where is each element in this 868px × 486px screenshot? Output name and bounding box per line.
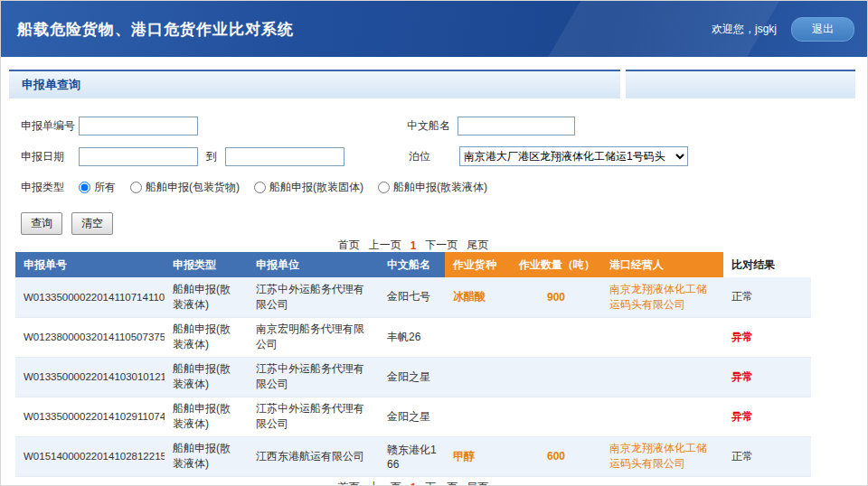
result-badge: 异常 <box>731 370 753 383</box>
col-header-operator: 港口经营人 <box>601 252 723 277</box>
cell-type: 船舶申报(散装液体) <box>165 357 248 397</box>
cell-cargo: 冰醋酸 <box>445 277 511 317</box>
results-table: 申报单号 申报类型 申报单位 中文船名 作业货种 作业数量（吨） 港口经营人 比… <box>15 252 811 477</box>
form-buttons-row: 查询 清空 <box>21 212 113 235</box>
radio-packaged[interactable]: 船舶申报(包装货物) <box>130 180 240 195</box>
page-next-link[interactable]: 下一页 <box>425 238 458 253</box>
date-to-input[interactable] <box>225 147 344 166</box>
radio-bulk-solid[interactable]: 船舶申报(散装固体) <box>254 180 363 195</box>
cell-qty <box>511 397 601 436</box>
result-badge: 异常 <box>731 331 753 343</box>
radio-bulk-solid-label: 船舶申报(散装固体) <box>269 180 363 195</box>
pagination-bottom: 首页 上一页 1 下一页 尾页 <box>15 480 811 486</box>
col-header-decl-no: 申报单号 <box>15 252 165 277</box>
berth-label: 泊位 <box>409 149 459 164</box>
cell-result: 正常 <box>723 277 811 317</box>
cell-type: 船舶申报(散装液体) <box>165 277 248 317</box>
cell-ship: 金阳之星 <box>379 397 445 436</box>
cell-cargo <box>445 357 511 397</box>
app-title: 船载危险货物、港口危货作业比对系统 <box>1 19 294 40</box>
cell-qty <box>511 317 601 357</box>
cell-decl-no: W015140000220141028122151 <box>15 436 165 476</box>
cell-operator <box>601 397 723 436</box>
form-row-type: 申报类型 所有 船舶申报(包装货物) 船舶申报(散装固体) 船舶申报(散装液体) <box>21 180 487 195</box>
table-row[interactable]: W012380000320141105073753 船舶申报(散装液体) 南京宏… <box>15 317 811 357</box>
cell-result: 异常 <box>723 357 811 397</box>
col-header-ship: 中文船名 <box>379 252 445 277</box>
cell-unit: 南京宏明船务代理有限公司 <box>248 317 379 357</box>
cell-operator <box>601 357 723 397</box>
welcome-text: 欢迎您，jsgkj <box>712 22 777 37</box>
berth-select[interactable]: 南京港大厂港区龙翔液体化工储运1号码头 <box>459 146 688 166</box>
section-header-right <box>626 70 855 98</box>
radio-packaged-label: 船舶申报(包装货物) <box>146 180 240 195</box>
col-header-result: 比对结果 <box>723 252 811 277</box>
cell-type: 船舶申报(散装液体) <box>165 317 248 357</box>
cell-unit: 江苏中外运船务代理有限公司 <box>248 277 379 317</box>
radio-bulk-liquid-label: 船舶申报(散装液体) <box>393 180 487 195</box>
cell-unit: 江苏中外运船务代理有限公司 <box>248 397 379 436</box>
decl-no-label: 申报单编号 <box>21 118 79 134</box>
table-row[interactable]: W015140000220141028122151 船舶申报(散装液体) 江西东… <box>15 436 811 476</box>
page-first-link[interactable]: 首页 <box>338 480 360 486</box>
cell-type: 船舶申报(散装液体) <box>165 436 248 476</box>
type-radio-group: 所有 船舶申报(包装货物) 船舶申报(散装固体) 船舶申报(散装液体) <box>79 180 487 195</box>
cell-decl-no: W013350000220141030101217 <box>15 357 165 397</box>
radio-bulk-solid-input[interactable] <box>254 182 266 193</box>
cell-ship: 金阳之星 <box>379 357 445 397</box>
radio-all-input[interactable] <box>79 182 90 193</box>
table-row[interactable]: W013350000220141029110742 船舶申报(散装液体) 江苏中… <box>15 397 811 436</box>
page-current: 1 <box>410 481 417 486</box>
page-prev-link[interactable]: 上一页 <box>369 480 401 486</box>
cell-decl-no: W012380000320141105073753 <box>15 317 165 357</box>
page-last-link[interactable]: 尾页 <box>467 480 488 486</box>
radio-bulk-liquid[interactable]: 船舶申报(散装液体) <box>378 180 487 195</box>
ship-name-input[interactable] <box>458 117 575 136</box>
cell-cargo <box>445 317 511 357</box>
type-label: 申报类型 <box>21 180 79 195</box>
cell-qty: 600 <box>511 436 601 476</box>
cell-unit: 江苏中外运船务代理有限公司 <box>248 357 379 397</box>
page-first-link[interactable]: 首页 <box>338 238 360 253</box>
page: 船载危险货物、港口危货作业比对系统 欢迎您，jsgkj 退出 申报单查询 申报单… <box>0 0 868 486</box>
top-header-bar: 船载危险货物、港口危货作业比对系统 欢迎您，jsgkj 退出 <box>1 1 867 57</box>
date-from-input[interactable] <box>79 147 198 166</box>
cell-type: 船舶申报(散装液体) <box>165 397 248 436</box>
ship-name-label: 中文船名 <box>407 118 458 134</box>
result-badge: 异常 <box>731 410 753 423</box>
section-title: 申报单查询 <box>9 77 80 93</box>
cell-qty <box>511 357 601 397</box>
cell-cargo: 甲醇 <box>445 436 511 476</box>
radio-packaged-input[interactable] <box>130 182 142 193</box>
page-prev-link[interactable]: 上一页 <box>369 238 401 253</box>
col-header-qty: 作业数量（吨） <box>511 252 601 277</box>
pagination-top: 首页 上一页 1 下一页 尾页 <box>15 238 811 253</box>
radio-all[interactable]: 所有 <box>79 180 116 195</box>
cell-cargo <box>445 397 511 436</box>
col-header-type: 申报类型 <box>165 252 248 277</box>
table-header-row: 申报单号 申报类型 申报单位 中文船名 作业货种 作业数量（吨） 港口经营人 比… <box>15 252 811 277</box>
result-badge: 正常 <box>731 450 753 463</box>
table-row[interactable]: W013350000220141107141109 船舶申报(散装液体) 江苏中… <box>15 277 811 317</box>
section-header-bar: 申报单查询 <box>9 70 855 98</box>
page-next-link[interactable]: 下一页 <box>425 480 458 486</box>
logout-button[interactable]: 退出 <box>791 17 854 42</box>
decl-no-input[interactable] <box>79 117 198 136</box>
date-label: 申报日期 <box>21 149 79 164</box>
col-header-unit: 申报单位 <box>248 252 379 277</box>
content-area: 申报单查询 申报单编号 中文船名 申报日期 到 泊位 南京港大厂港区龙翔液体化工… <box>1 57 867 485</box>
page-current: 1 <box>410 239 417 252</box>
col-header-cargo: 作业货种 <box>445 252 511 277</box>
cell-qty: 900 <box>511 277 601 317</box>
form-row-date-berth: 申报日期 到 泊位 南京港大厂港区龙翔液体化工储运1号码头 <box>21 146 688 166</box>
section-header-left: 申报单查询 <box>9 70 620 98</box>
radio-bulk-liquid-input[interactable] <box>378 182 390 193</box>
cell-decl-no: W013350000220141107141109 <box>15 277 165 317</box>
form-row-declno-shipname: 申报单编号 中文船名 <box>21 117 575 136</box>
table-row[interactable]: W013350000220141030101217 船舶申报(散装液体) 江苏中… <box>15 357 811 397</box>
page-last-link[interactable]: 尾页 <box>467 238 488 253</box>
result-badge: 正常 <box>731 290 753 303</box>
radio-all-label: 所有 <box>94 180 116 195</box>
query-button[interactable]: 查询 <box>21 212 62 235</box>
clear-button[interactable]: 清空 <box>71 212 113 235</box>
